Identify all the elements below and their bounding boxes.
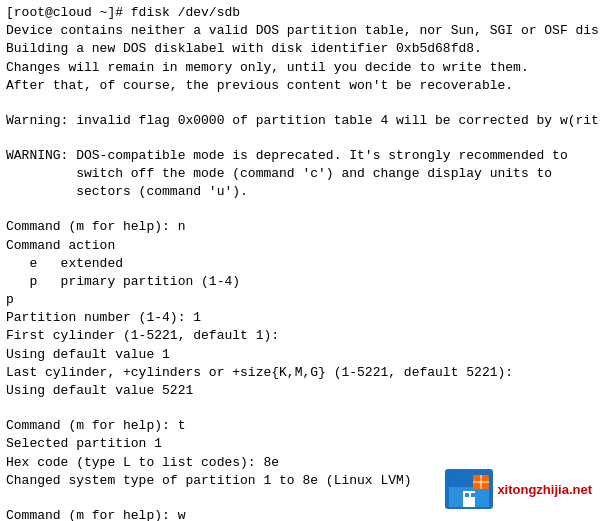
- terminal-line: Command action: [6, 237, 594, 255]
- terminal-line: Command (m for help): n: [6, 218, 594, 236]
- terminal-line: Partition number (1-4): 1: [6, 309, 594, 327]
- terminal-line: [6, 400, 594, 417]
- terminal-line: [6, 201, 594, 218]
- terminal-line: Warning: invalid flag 0x0000 of partitio…: [6, 112, 594, 130]
- terminal-line: [6, 95, 594, 112]
- terminal-line: p: [6, 291, 594, 309]
- terminal-line: After that, of course, the previous cont…: [6, 77, 594, 95]
- watermark-logo-icon: [445, 469, 493, 509]
- watermark: xitongzhijia.net: [445, 469, 592, 509]
- terminal-window: [root@cloud ~]# fdisk /dev/sdbDevice con…: [0, 0, 600, 521]
- terminal-line: Using default value 1: [6, 346, 594, 364]
- terminal-line: Building a new DOS disklabel with disk i…: [6, 40, 594, 58]
- terminal-line: e extended: [6, 255, 594, 273]
- terminal-line: sectors (command 'u').: [6, 183, 594, 201]
- terminal-line: switch off the mode (command 'c') and ch…: [6, 165, 594, 183]
- terminal-line: First cylinder (1-5221, default 1):: [6, 327, 594, 345]
- terminal-content: [root@cloud ~]# fdisk /dev/sdbDevice con…: [6, 4, 594, 521]
- terminal-line: p primary partition (1-4): [6, 273, 594, 291]
- svg-rect-5: [471, 493, 475, 497]
- terminal-line: Changes will remain in memory only, unti…: [6, 59, 594, 77]
- terminal-line: Command (m for help): t: [6, 417, 594, 435]
- terminal-line: Device contains neither a valid DOS part…: [6, 22, 594, 40]
- terminal-line: Using default value 5221: [6, 382, 594, 400]
- terminal-line: [6, 130, 594, 147]
- terminal-line: Last cylinder, +cylinders or +size{K,M,G…: [6, 364, 594, 382]
- terminal-line: Selected partition 1: [6, 435, 594, 453]
- watermark-site-name: xitongzhijia.net: [497, 482, 592, 497]
- terminal-line: WARNING: DOS-compatible mode is deprecat…: [6, 147, 594, 165]
- svg-rect-4: [465, 493, 469, 497]
- terminal-line: [root@cloud ~]# fdisk /dev/sdb: [6, 4, 594, 22]
